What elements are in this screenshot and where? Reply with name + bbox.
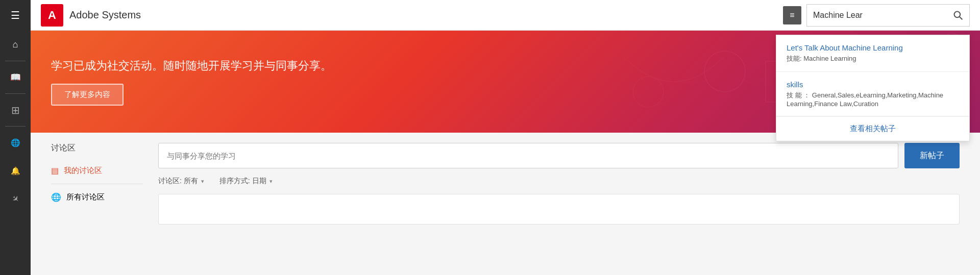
discussion-sidebar: 讨论区 ▤ 我的讨论区 🌐 所有讨论区 [51,143,143,224]
content-layout: 讨论区 ▤ 我的讨论区 🌐 所有讨论区 新帖子 [51,143,960,224]
content-area: 讨论区 ▤ 我的讨论区 🌐 所有讨论区 新帖子 [31,133,980,275]
post-list-placeholder [158,194,960,224]
search-dropdown: Let's Talk About Machine Learning 技能: Ma… [776,35,970,141]
dropdown-footer[interactable]: 查看相关帖子 [776,116,969,141]
post-input-field[interactable] [158,143,898,168]
hamburger-icon: ☰ [11,9,20,21]
globe-icon: 🌐 [11,138,20,147]
svg-line-1 [960,16,962,19]
sidebar: ☰ ⌂ 📖 ⊞ 🌐 🔔 ✈ [0,0,31,275]
nav-item-my-label: 我的讨论区 [64,166,102,176]
discussion-filter[interactable]: 讨论区: 所有 ▾ [158,177,204,186]
post-area: 新帖子 讨论区: 所有 ▾ 排序方式: 日期 ▾ [158,143,960,224]
sidebar-item-send[interactable]: ✈ [0,185,31,213]
nav-item-all-discussion[interactable]: 🌐 所有讨论区 [51,188,143,206]
home-icon: ⌂ [13,39,18,50]
nav-divider [51,184,143,184]
search-icon [953,10,963,20]
send-icon: ✈ [10,193,21,205]
dropdown-item-2-sub: 技 能 ： General,Sales,eLearning,Marketing,… [787,91,959,108]
header-menu-button[interactable]: ≡ [783,6,801,24]
svg-point-7 [704,51,745,92]
logo-letter: A [48,9,56,22]
discussion-filter-chevron: ▾ [201,178,204,185]
header: A Adobe Systems ≡ Let's Talk [31,0,980,31]
search-box [806,4,970,27]
menu-lines-icon: ≡ [790,11,794,20]
all-discussion-icon: 🌐 [51,192,61,202]
svg-point-0 [954,11,961,17]
banner-text: 学习已成为社交活动。随时随地开展学习并与同事分享。 [51,58,332,73]
nav-item-my-discussion[interactable]: ▤ 我的讨论区 [51,162,143,180]
sort-filter[interactable]: 排序方式: 日期 ▾ [219,177,273,186]
nav-item-all-label: 所有讨论区 [66,192,105,202]
new-post-button[interactable]: 新帖子 [904,143,960,168]
sidebar-divider-3 [5,126,26,127]
dropdown-item-2[interactable]: skills 技 能 ： General,Sales,eLearning,Mar… [776,72,969,116]
search-input[interactable] [807,11,947,20]
sidebar-item-book[interactable]: 📖 [0,63,31,91]
sidebar-hamburger[interactable]: ☰ [0,0,31,31]
grid-icon: ⊞ [11,104,20,116]
book-icon: 📖 [10,72,21,83]
sidebar-divider-2 [5,93,26,94]
header-search-area: ≡ Let's Talk About Machine Learning 技能: … [783,4,970,27]
sidebar-item-grid[interactable]: ⊞ [0,96,31,124]
filter-row: 讨论区: 所有 ▾ 排序方式: 日期 ▾ [158,177,960,186]
main-area: A Adobe Systems ≡ Let's Talk [31,0,980,275]
search-button[interactable] [947,5,969,26]
dropdown-footer-link[interactable]: 查看相关帖子 [850,124,896,133]
dropdown-item-1[interactable]: Let's Talk About Machine Learning 技能: Ma… [776,35,969,72]
app-logo-area: A Adobe Systems [41,4,141,27]
my-discussion-icon: ▤ [51,166,59,176]
sort-filter-label: 排序方式: 日期 [219,177,266,186]
dropdown-item-2-title: skills [787,80,959,89]
banner-cta-button[interactable]: 了解更多内容 [51,84,124,106]
svg-point-10 [633,77,664,107]
app-title: Adobe Systems [69,9,141,21]
dropdown-item-1-sub: 技能: Machine Learning [787,54,959,63]
discussion-filter-label: 讨论区: 所有 [158,177,198,186]
post-input-row: 新帖子 [158,143,960,168]
dropdown-item-1-title: Let's Talk About Machine Learning [787,43,959,52]
sidebar-item-bell[interactable]: 🔔 [0,157,31,185]
banner-content: 学习已成为社交活动。随时随地开展学习并与同事分享。 了解更多内容 [51,58,332,106]
sidebar-item-globe[interactable]: 🌐 [0,129,31,157]
adobe-logo: A [41,4,63,27]
sort-filter-chevron: ▾ [270,178,273,185]
sidebar-divider-1 [5,61,26,61]
discussion-section-title: 讨论区 [51,143,143,154]
sidebar-item-home[interactable]: ⌂ [0,31,31,59]
bell-icon: 🔔 [11,166,20,176]
